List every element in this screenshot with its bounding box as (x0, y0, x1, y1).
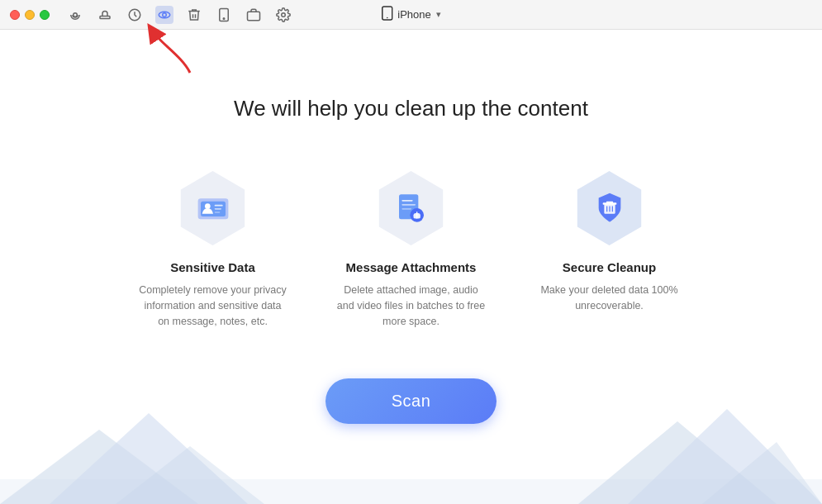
sensitive-data-title: Sensitive Data (170, 260, 255, 274)
mountains-svg (0, 397, 822, 504)
minimize-button[interactable] (25, 10, 35, 20)
feature-sensitive-data: Sensitive Data Completely remove your pr… (139, 171, 287, 329)
eye-icon[interactable] (155, 6, 173, 24)
svg-point-9 (282, 12, 286, 17)
maximize-button[interactable] (40, 10, 50, 20)
svg-rect-20 (401, 200, 412, 202)
main-content: We will help you clean up the content (0, 30, 822, 504)
svg-rect-22 (401, 208, 411, 210)
close-button[interactable] (10, 10, 20, 20)
arrow-svg (145, 23, 202, 81)
sensitive-data-icon (192, 188, 234, 229)
message-attachments-title: Message Attachments (346, 260, 477, 274)
traffic-lights (10, 10, 50, 20)
svg-rect-14 (201, 202, 226, 216)
settings-icon[interactable] (274, 6, 292, 24)
svg-rect-16 (214, 205, 222, 207)
svg-rect-18 (214, 212, 220, 213)
headline: We will help you clean up the content (234, 96, 588, 121)
secure-cleanup-desc: Make your deleted data 100% unrecoverabl… (535, 283, 684, 314)
svg-rect-7 (248, 12, 260, 21)
clock-icon[interactable] (126, 6, 144, 24)
message-attachments-desc: Delete attached image, audio and video f… (337, 283, 486, 329)
secure-cleanup-icon (589, 188, 630, 229)
chevron-down-icon: ▾ (436, 9, 441, 20)
feature-message-attachments: Message Attachments Delete attached imag… (337, 171, 486, 329)
toolbar-icons (66, 6, 292, 24)
sensitive-data-desc: Completely remove your privacy informati… (139, 283, 287, 329)
device-name-label: iPhone (397, 8, 430, 21)
message-attachments-icon-wrap (374, 171, 449, 245)
svg-rect-1 (100, 16, 110, 18)
svg-point-11 (386, 17, 387, 19)
secure-cleanup-title: Secure Cleanup (563, 260, 656, 274)
podcast-icon[interactable] (66, 6, 84, 24)
phone-icon-title (381, 6, 392, 23)
features-row: Sensitive Data Completely remove your pr… (139, 171, 684, 329)
svg-point-15 (205, 203, 211, 209)
feature-secure-cleanup: Secure Cleanup Make your deleted data 10… (535, 171, 684, 329)
svg-rect-21 (401, 204, 416, 206)
tablet-icon[interactable] (215, 6, 233, 24)
svg-point-0 (74, 12, 78, 17)
svg-rect-17 (214, 208, 221, 210)
svg-point-6 (223, 17, 225, 19)
sensitive-data-icon-wrap (176, 171, 250, 245)
stamp-icon[interactable] (96, 6, 114, 24)
briefcase-icon[interactable] (245, 6, 263, 24)
trash-icon[interactable] (185, 6, 203, 24)
message-attachments-icon (391, 188, 432, 229)
svg-rect-27 (606, 202, 612, 204)
secure-cleanup-icon-wrap (573, 171, 647, 245)
device-title[interactable]: iPhone ▾ (381, 6, 440, 23)
mountains-background (0, 397, 822, 504)
arrow-annotation (145, 23, 202, 84)
svg-point-4 (163, 12, 167, 17)
svg-rect-37 (0, 479, 822, 504)
title-bar: iPhone ▾ (0, 0, 822, 30)
